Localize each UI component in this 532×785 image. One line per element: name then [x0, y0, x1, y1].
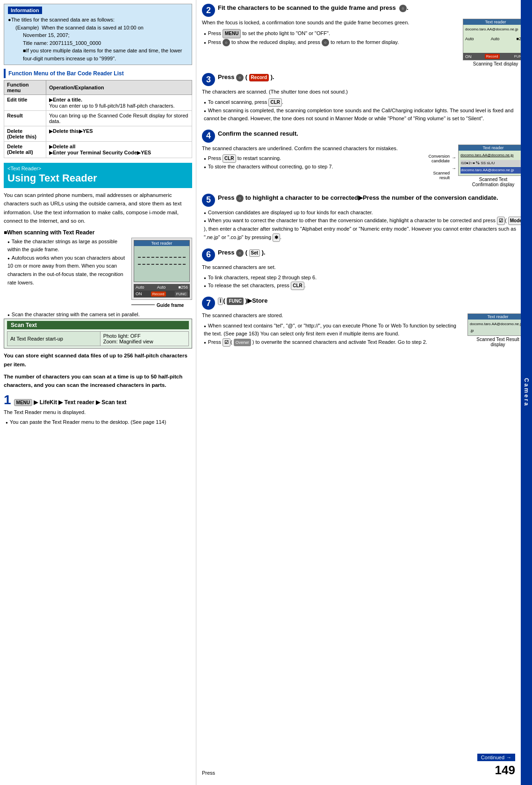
scan-text-box: Scan Text At Text Reader start-up Photo … [4, 319, 192, 349]
step7-side: Text reader docomo.taro.AA@docomo.ne.jp … [467, 312, 528, 347]
step4-labels: Conversioncandidate Scannedresult [428, 154, 450, 180]
step1-desc: The Text Reader menu is displayed. [4, 408, 192, 417]
step4-body: The scanned characters are underlined. C… [202, 145, 528, 187]
scan-text-table: At Text Reader start-up Photo light: OFF… [7, 331, 189, 346]
step4-confirm-display: Text reader docomo.taro.AA@docomo.ne.jp … [458, 145, 528, 187]
scan-text-title: Scan Text [7, 321, 189, 329]
step4-main: The scanned characters are underlined. C… [202, 145, 425, 187]
extra-bullet: Scan the character string with the camer… [7, 311, 192, 319]
step2-body: When the focus is locked, a confirmation… [202, 19, 528, 66]
step6-header: 6 Press ○ ( Set ). [202, 248, 528, 262]
step1-bullet-1: You can paste the Text Reader menu to th… [6, 418, 192, 427]
step6-bullet-2: To release the set characters, press CLR… [204, 282, 528, 290]
step4-display-area: Conversioncandidate Scannedresult → → Te… [428, 145, 528, 187]
step2-side: Text reader docomo.taro.AA@docomo.ne.jp … [463, 19, 528, 66]
menu-key-step2: MENU [223, 29, 241, 38]
step7-body: The scanned characters are stored. When … [202, 312, 528, 347]
extra-scanning-bullets: Scan the character string with the camer… [4, 311, 192, 319]
step4-block: 4 Confirm the scanned result. The scanne… [202, 130, 528, 187]
step3-number: 3 [202, 73, 215, 86]
step4-bullet-1: Press CLR to restart scanning. [204, 154, 425, 163]
table-row: Delete(Delete all) ▶Delete all▶Enter you… [4, 142, 192, 158]
scan-text-link: Scan text [101, 399, 126, 406]
phone-image-box: Text reader Auto Auto ■256 ON Record FUN… [131, 238, 192, 300]
information-title: Information [8, 7, 42, 14]
auto-label-2: Auto [157, 285, 166, 290]
step3-block: 3 Press ○ ( Record ). The characters are… [202, 73, 528, 123]
col-func-menu: Function menu [4, 80, 46, 95]
confirm-text1: I10●2○● ⅔ SS ≤L/U [460, 160, 526, 167]
step2-header: 2 Fit the characters to be scanned to th… [202, 4, 528, 17]
arrow-conversion: → [452, 155, 456, 160]
store-text: Store [252, 297, 267, 304]
step1-block: 1 MENU ▶ LifeKit ▶ Text reader ▶ Scan te… [4, 393, 192, 427]
info-line-1: ●The titles for the scanned data are as … [8, 16, 188, 24]
step1-header: 1 MENU ▶ LifeKit ▶ Text reader ▶ Scan te… [4, 393, 192, 407]
step1-bullets: You can paste the Text Reader menu to th… [4, 418, 192, 427]
on-text: ON [465, 54, 472, 59]
page-footer: Continued → 149 [477, 754, 515, 778]
step4-number: 4 [202, 130, 215, 143]
text-reader-main-title: Using Text Reader [7, 172, 188, 184]
info-line-2: (Example) When the scanned data is saved… [8, 24, 188, 32]
step7-bullet-2: Press ☑( Overwr ) to overwrite the scann… [204, 338, 465, 347]
phone-screen: Text reader [134, 240, 190, 282]
result-email: docomo.taro.AA@docomo.ne.jp [470, 321, 526, 327]
step6-number: 6 [202, 248, 215, 262]
step4-bullets: Press CLR to restart scanning. To store … [202, 154, 425, 171]
step2-button: ○ [399, 5, 407, 12]
step4-side: Conversioncandidate Scannedresult → → Te… [428, 145, 528, 187]
phone-bottom-bar: Auto Auto ■256 [134, 284, 190, 291]
step7-bullet-1: When scanned text contains "tel", "@", o… [204, 322, 465, 338]
circle-btn2-step2: ○ [322, 39, 329, 46]
clr-btn-step6: CLR [291, 282, 304, 290]
step6-bullets: To link characters, repeat step 2 throug… [202, 274, 528, 291]
step7-block: 7 i̊( FUNC )▶Store The scanned character… [202, 297, 528, 347]
step2-caption: Scanning Text display [463, 61, 528, 66]
check-btn-step5: ☑ [497, 217, 505, 225]
func-menu-title: Function Menu of the Bar Code Reader Lis… [4, 69, 192, 78]
guide-frame-arrow-line [131, 305, 155, 305]
step5-number: 5 [202, 194, 215, 207]
step6-set-btn: Set [249, 249, 260, 257]
scan-text-body-1: You can store eight scanned data files o… [4, 351, 192, 369]
step4-arrows: → → [452, 145, 456, 171]
step4-bullet-2: To store the characters without correcti… [204, 163, 425, 171]
step6-title: Press ○ ( Set ). [218, 248, 266, 257]
step3-title: Press ○ ( Record ). [218, 73, 274, 81]
step3-circle-btn: ○ [236, 74, 244, 81]
step3-body: The characters are scanned. (The shutter… [202, 88, 528, 96]
step7-result-display: Text reader docomo.taro.AA@docomo.ne.jp … [467, 313, 528, 336]
confirm-display-title: Text reader [459, 145, 528, 151]
step3-bullet-1: To cancel scanning, press CLR. [204, 98, 528, 107]
step6-body: The scanned characters are set. [202, 263, 528, 272]
press-label: Press [202, 770, 215, 776]
step7-func-btn: FUNC [227, 298, 244, 305]
menu-key: MENU [14, 399, 32, 406]
star-btn-step5: ✱ [273, 233, 280, 242]
arrow-3: ▶ [96, 399, 100, 406]
step7-i-btn: i̊ [218, 298, 223, 305]
func-result: Result [4, 111, 46, 126]
step5-block: 5 Press ○ to highlight a character to be… [202, 194, 528, 242]
clr-btn-step4: CLR [223, 154, 236, 163]
result-display-body: docomo.taro.AA@docomo.ne.jp .jp [468, 320, 528, 335]
step4-title: Confirm the scanned result. [218, 130, 298, 138]
func-result-desc: You can bring up the Scanned Code Result… [46, 111, 192, 126]
step7-caption: Scanned Text Resultdisplay [467, 337, 528, 347]
step7-number: 7 [202, 297, 215, 310]
step4-body-text: The scanned characters are underlined. C… [202, 145, 425, 153]
auto1: Auto [465, 36, 474, 43]
step7-main: The scanned characters are stored. When … [202, 312, 465, 347]
step7-body-text: The scanned characters are stored. [202, 312, 465, 320]
step2-phone: Text reader docomo.taro.AA@docomo.ne.jp … [463, 19, 528, 60]
auto-label-1: Auto [136, 285, 144, 290]
table-row: Delete(Delete this) ▶Delete this▶YES [4, 126, 192, 142]
on-label: ON [136, 291, 142, 296]
info-line-5: ■If you store multiple data items for th… [8, 47, 188, 62]
func-delete-this: Delete(Delete this) [4, 126, 46, 142]
step2-bullets: Press MENU to set the photo light to "ON… [202, 29, 460, 47]
step3-record-btn: Record [249, 74, 269, 81]
step3-bullets: To cancel scanning, press CLR. When scan… [202, 98, 528, 123]
table-row: Result You can bring up the Scanned Code… [4, 111, 192, 126]
